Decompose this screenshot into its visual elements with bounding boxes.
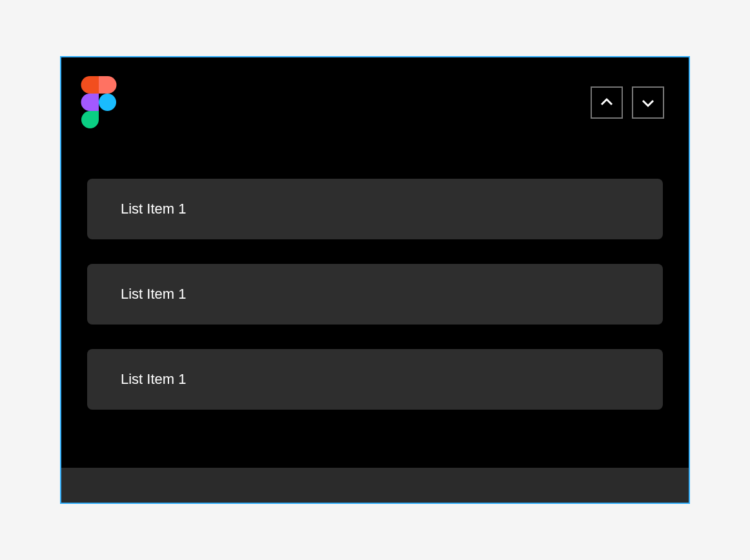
list-item[interactable]: List Item 1 [87, 349, 663, 410]
nav-up-button[interactable] [591, 86, 623, 119]
list-item-label: List Item 1 [121, 201, 186, 217]
figma-logo-icon [81, 76, 117, 129]
chevron-down-icon [640, 95, 656, 110]
list-content: List Item 1 List Item 1 List Item 1 [61, 148, 689, 468]
list-item-label: List Item 1 [121, 286, 186, 303]
logo [81, 76, 117, 129]
nav-controls [591, 86, 664, 119]
nav-down-button[interactable] [632, 86, 664, 119]
list-item[interactable]: List Item 1 [87, 264, 663, 325]
list-item[interactable]: List Item 1 [87, 179, 663, 239]
panel: List Item 1 List Item 1 List Item 1 [60, 56, 690, 504]
chevron-up-icon [599, 95, 614, 110]
list-item-label: List Item 1 [121, 371, 186, 388]
footer-bar [61, 468, 689, 503]
header [61, 57, 689, 148]
svg-point-0 [99, 94, 116, 111]
